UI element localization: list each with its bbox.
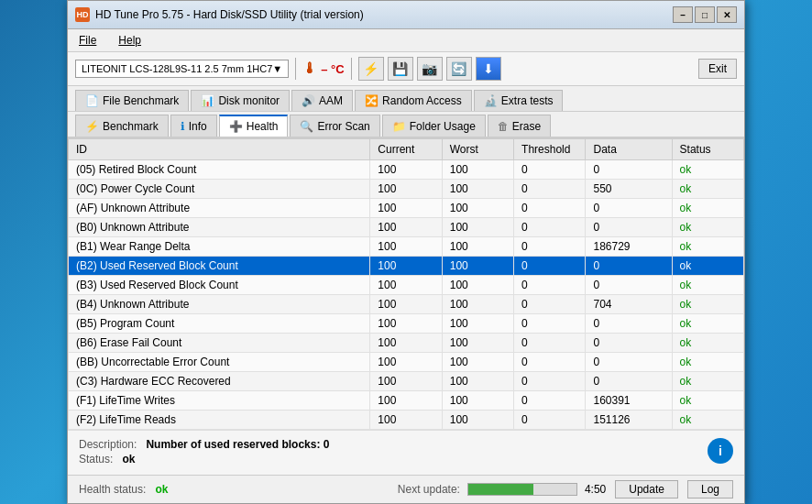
status-bar: Health status: ok Next update: 4:50 Upda… bbox=[68, 475, 744, 503]
value-cell: 0 bbox=[586, 160, 672, 180]
table-row[interactable]: (F1) LifeTime Writes1001000160391ok bbox=[69, 391, 744, 411]
value-cell: 100 bbox=[442, 295, 513, 314]
value-cell: 100 bbox=[370, 218, 442, 237]
next-update-label: Next update: bbox=[398, 483, 460, 496]
menu-help[interactable]: Help bbox=[115, 32, 145, 49]
tab-disk-monitor[interactable]: 📊 Disk monitor bbox=[191, 90, 290, 111]
table-row[interactable]: (B2) Used Reserved Block Count10010000ok bbox=[69, 257, 744, 276]
tabs-row-2: ⚡ Benchmark ℹ Info ➕ Health 🔍 Error Scan… bbox=[68, 112, 744, 138]
value-cell: 100 bbox=[442, 391, 513, 411]
aam-icon: 🔊 bbox=[302, 94, 315, 107]
drive-selector[interactable]: LITEONIT LCS-128L9S-11 2.5 7mm 1HC7 ▼ bbox=[75, 60, 289, 78]
status-cell: ok bbox=[672, 295, 743, 314]
desc-label: Description: bbox=[79, 438, 137, 451]
value-cell: 0 bbox=[514, 391, 586, 411]
maximize-button[interactable]: □ bbox=[695, 6, 715, 23]
tab-aam[interactable]: 🔊 AAM bbox=[291, 90, 353, 111]
value-cell: 0 bbox=[514, 237, 586, 257]
folder-usage-icon: 📁 bbox=[392, 120, 406, 133]
table-row[interactable]: (B6) Erase Fail Count10010000ok bbox=[69, 334, 744, 353]
value-cell: 0 bbox=[586, 314, 672, 334]
table-row[interactable]: (AF) Unknown Attribute10010000ok bbox=[69, 199, 744, 218]
col-header-status: Status bbox=[672, 139, 743, 160]
next-update-container: Next update: 4:50 bbox=[398, 483, 606, 496]
id-cell: (B6) Erase Fail Count bbox=[69, 334, 370, 353]
status-cell: ok bbox=[672, 391, 743, 411]
table-row[interactable]: (B3) Used Reserved Block Count10010000ok bbox=[69, 276, 744, 295]
desc-row-1: Description: Number of used reserved blo… bbox=[79, 438, 698, 451]
main-window: HD HD Tune Pro 5.75 - Hard Disk/SSD Util… bbox=[67, 0, 745, 504]
table-row[interactable]: (B1) Wear Range Delta1001000186729ok bbox=[69, 237, 744, 257]
value-cell: 0 bbox=[514, 180, 586, 199]
status-cell: ok bbox=[672, 199, 743, 218]
id-cell: (B1) Wear Range Delta bbox=[69, 237, 370, 257]
progress-fill bbox=[468, 484, 533, 495]
health-label: Health bbox=[247, 120, 279, 133]
separator-2 bbox=[351, 58, 352, 80]
value-cell: 0 bbox=[514, 218, 586, 237]
tab-health[interactable]: ➕ Health bbox=[219, 115, 289, 137]
table-row[interactable]: (0C) Power Cycle Count1001000550ok bbox=[69, 180, 744, 199]
window-title: HD Tune Pro 5.75 - Hard Disk/SSD Utility… bbox=[95, 8, 364, 21]
value-cell: 0 bbox=[514, 276, 586, 295]
value-cell: 0 bbox=[514, 334, 586, 353]
value-cell: 100 bbox=[370, 276, 442, 295]
tab-info[interactable]: ℹ Info bbox=[170, 115, 217, 137]
toolbar-btn-1[interactable]: ⚡ bbox=[358, 57, 384, 81]
status-cell: ok bbox=[672, 372, 743, 391]
drive-dropdown-arrow: ▼ bbox=[272, 63, 282, 74]
value-cell: 100 bbox=[370, 372, 442, 391]
log-button[interactable]: Log bbox=[687, 480, 733, 499]
separator-1 bbox=[295, 58, 296, 80]
toolbar-btn-3[interactable]: 📷 bbox=[417, 57, 443, 81]
status-cell: ok bbox=[672, 257, 743, 276]
value-cell: 550 bbox=[586, 180, 672, 199]
info-circle-icon[interactable]: i bbox=[708, 438, 733, 464]
value-cell: 100 bbox=[370, 334, 442, 353]
random-access-icon: 🔀 bbox=[365, 94, 379, 107]
exit-button[interactable]: Exit bbox=[698, 59, 737, 79]
tab-extra-tests[interactable]: 🔬 Extra tests bbox=[474, 90, 564, 111]
id-cell: (C3) Hardware ECC Recovered bbox=[69, 372, 370, 391]
toolbar: LITEONIT LCS-128L9S-11 2.5 7mm 1HC7 ▼ 🌡 … bbox=[68, 52, 744, 86]
tab-file-benchmark[interactable]: 📄 File Benchmark bbox=[75, 90, 189, 111]
tab-error-scan[interactable]: 🔍 Error Scan bbox=[290, 115, 379, 137]
tab-folder-usage[interactable]: 📁 Folder Usage bbox=[382, 115, 486, 137]
update-button[interactable]: Update bbox=[615, 480, 678, 499]
table-row[interactable]: (05) Retired Block Count10010000ok bbox=[69, 160, 744, 180]
id-cell: (BB) Uncorrectable Error Count bbox=[69, 353, 370, 372]
value-cell: 186729 bbox=[586, 237, 672, 257]
info-icon: ℹ bbox=[181, 120, 185, 133]
value-cell: 100 bbox=[370, 237, 442, 257]
status-label: Status: bbox=[79, 453, 113, 466]
toolbar-btn-5[interactable]: ⬇ bbox=[476, 57, 501, 81]
id-cell: (B2) Used Reserved Block Count bbox=[69, 257, 370, 276]
col-header-threshold: Threshold bbox=[514, 139, 586, 160]
table-row[interactable]: (B4) Unknown Attribute1001000704ok bbox=[69, 295, 744, 314]
tab-erase[interactable]: 🗑 Erase bbox=[488, 115, 551, 137]
menu-file[interactable]: File bbox=[75, 32, 100, 49]
value-cell: 0 bbox=[514, 199, 586, 218]
temperature-value: – °C bbox=[321, 62, 344, 76]
update-timer: 4:50 bbox=[585, 483, 606, 496]
tab-benchmark[interactable]: ⚡ Benchmark bbox=[75, 115, 169, 137]
value-cell: 704 bbox=[586, 295, 672, 314]
table-row[interactable]: (BB) Uncorrectable Error Count10010000ok bbox=[69, 353, 744, 372]
toolbar-btn-4[interactable]: 🔄 bbox=[446, 57, 472, 81]
table-row[interactable]: (C3) Hardware ECC Recovered10010000ok bbox=[69, 372, 744, 391]
value-cell: 100 bbox=[442, 334, 513, 353]
disk-monitor-icon: 📊 bbox=[201, 94, 214, 107]
toolbar-btn-2[interactable]: 💾 bbox=[388, 57, 413, 81]
smart-table: ID Current Worst Threshold Data Status (… bbox=[68, 138, 744, 430]
value-cell: 100 bbox=[370, 295, 442, 314]
table-row[interactable]: (B5) Program Count10010000ok bbox=[69, 314, 744, 334]
tab-random-access[interactable]: 🔀 Random Access bbox=[355, 90, 472, 111]
col-header-current: Current bbox=[370, 139, 442, 160]
table-row[interactable]: (F2) LifeTime Reads1001000151126ok bbox=[69, 411, 744, 430]
app-icon: HD bbox=[75, 7, 90, 22]
table-row[interactable]: (B0) Unknown Attribute10010000ok bbox=[69, 218, 744, 237]
erase-label: Erase bbox=[512, 120, 541, 133]
value-cell: 0 bbox=[586, 218, 672, 237]
close-button[interactable]: ✕ bbox=[717, 6, 737, 23]
minimize-button[interactable]: – bbox=[673, 6, 693, 23]
